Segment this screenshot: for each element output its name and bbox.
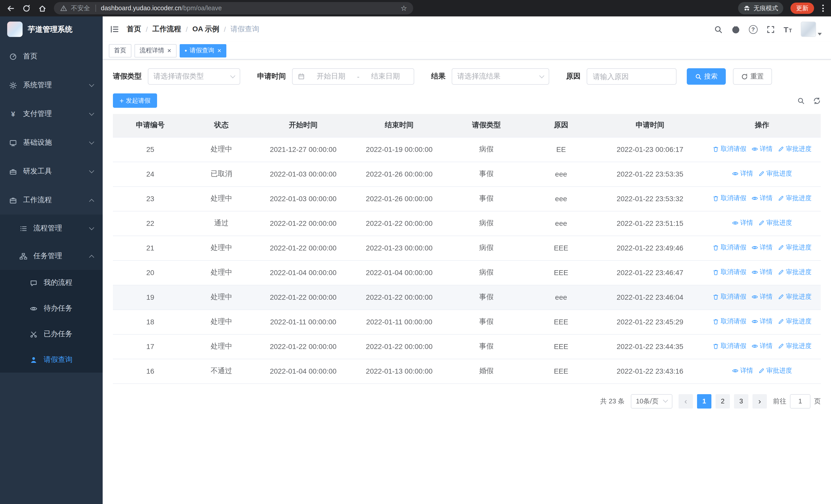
breadcrumb-workflow[interactable]: 工作流程 — [152, 25, 181, 34]
search-icon[interactable] — [714, 25, 722, 34]
cancel-leave-link[interactable]: 取消请假 — [712, 145, 746, 153]
reset-button[interactable]: 重置 — [733, 68, 772, 85]
tag-home[interactable]: 首页 — [109, 44, 132, 57]
detail-link[interactable]: 详情 — [732, 219, 753, 227]
cell-type: 病假 — [447, 260, 525, 285]
tag-process-detail[interactable]: 流程详情 × — [135, 44, 176, 57]
sidebar-item-my-process[interactable]: 我的流程 — [0, 270, 103, 296]
address-bar[interactable]: 不安全 dashboard.yudao.iocoder.cn/bpm/oa/le… — [54, 2, 413, 14]
breadcrumb-oa-example[interactable]: OA 示例 — [193, 25, 220, 34]
sidebar-item-system[interactable]: 系统管理 — [0, 71, 103, 99]
cell-actions: 详情 审批进度 — [704, 359, 821, 383]
page-button-2[interactable]: 2 — [716, 394, 730, 408]
approval-progress-link[interactable]: 审批进度 — [778, 194, 811, 203]
github-icon[interactable] — [731, 25, 740, 34]
detail-link[interactable]: 详情 — [732, 169, 753, 178]
next-page-button[interactable]: › — [752, 394, 767, 408]
sidebar-item-infrastructure[interactable]: 基础设施 — [0, 128, 103, 157]
goto-label: 前往 — [773, 396, 786, 406]
cancel-leave-link[interactable]: 取消请假 — [712, 268, 746, 277]
detail-link[interactable]: 详情 — [732, 366, 753, 375]
detail-link[interactable]: 详情 — [751, 145, 773, 153]
font-size-icon[interactable]: TT — [783, 25, 792, 34]
detail-link[interactable]: 详情 — [751, 317, 773, 326]
page-size-select[interactable]: 10条/页 — [631, 394, 672, 408]
browser-update-button[interactable]: 更新 — [791, 3, 814, 14]
detail-link[interactable]: 详情 — [751, 194, 773, 203]
cell-start: 2022-01-04 00:00:00 — [255, 359, 351, 383]
breadcrumb-home[interactable]: 首页 — [127, 25, 141, 34]
search-icon — [695, 73, 701, 80]
sidebar-item-done-tasks[interactable]: 已办任务 — [0, 321, 103, 347]
tag-leave-query[interactable]: ● 请假查询 × — [179, 44, 226, 57]
cancel-leave-link[interactable]: 取消请假 — [712, 194, 746, 203]
cell-actions: 取消请假 详情 审批进度 — [704, 236, 821, 260]
cell-applied: 2022-01-23 00:06:17 — [597, 137, 704, 162]
toggle-search-icon[interactable] — [797, 97, 805, 105]
approval-progress-link[interactable]: 审批进度 — [778, 293, 811, 301]
start-date-input[interactable]: 开始日期 — [308, 72, 354, 81]
cell-status: 处理中 — [188, 309, 255, 334]
logo[interactable]: 芋道管理系统 — [0, 17, 103, 42]
user-menu[interactable] — [801, 22, 822, 37]
home-icon[interactable] — [38, 4, 47, 12]
cancel-leave-link[interactable]: 取消请假 — [712, 293, 746, 301]
detail-link[interactable]: 详情 — [751, 342, 773, 351]
goto-page-input[interactable] — [790, 394, 810, 408]
sidebar-item-todo-tasks[interactable]: 待办任务 — [0, 296, 103, 321]
detail-link[interactable]: 详情 — [751, 268, 773, 277]
sidebar-item-process-management[interactable]: 流程管理 — [0, 214, 103, 242]
approval-progress-link[interactable]: 审批进度 — [778, 342, 811, 351]
approval-progress-link[interactable]: 审批进度 — [778, 317, 811, 326]
trash-icon — [712, 343, 719, 350]
approval-progress-link[interactable]: 审批进度 — [778, 145, 811, 153]
cancel-leave-link[interactable]: 取消请假 — [712, 243, 746, 252]
end-date-input[interactable]: 结束日期 — [363, 72, 408, 81]
bookmark-star-icon[interactable]: ☆ — [401, 5, 407, 12]
close-icon[interactable]: × — [167, 47, 171, 54]
prev-page-button[interactable]: ‹ — [679, 394, 693, 408]
cancel-leave-link[interactable]: 取消请假 — [712, 317, 746, 326]
approval-progress-link[interactable]: 审批进度 — [778, 268, 811, 277]
help-icon[interactable]: ? — [749, 25, 757, 34]
detail-link[interactable]: 详情 — [751, 293, 773, 301]
refresh-icon — [741, 73, 748, 80]
leave-type-select[interactable]: 请选择请假类型 — [148, 68, 240, 85]
reason-input[interactable] — [587, 68, 677, 85]
close-icon[interactable]: × — [218, 47, 221, 54]
sidebar-item-home[interactable]: 首页 — [0, 42, 103, 71]
refresh-icon[interactable] — [813, 97, 821, 105]
page-button-3[interactable]: 3 — [734, 394, 748, 408]
table-body: 25 处理中 2021-12-27 00:00:00 2022-01-19 00… — [113, 137, 821, 383]
browser-menu-icon[interactable] — [821, 4, 825, 13]
approval-progress-link[interactable]: 审批进度 — [758, 169, 792, 178]
sidebar-item-payment[interactable]: ¥ 支付管理 — [0, 99, 103, 128]
search-button[interactable]: 搜索 — [687, 68, 726, 85]
sidebar-item-task-management[interactable]: 任务管理 — [0, 242, 103, 270]
detail-link[interactable]: 详情 — [751, 243, 773, 252]
approval-progress-link[interactable]: 审批进度 — [778, 243, 811, 252]
approval-progress-link[interactable]: 审批进度 — [758, 366, 792, 375]
date-range-picker[interactable]: 开始日期 - 结束日期 — [292, 68, 414, 85]
collapse-sidebar-icon[interactable] — [110, 25, 119, 34]
chevron-down-icon — [89, 139, 94, 144]
reload-icon[interactable] — [22, 4, 31, 12]
sidebar-item-workflow[interactable]: 工作流程 — [0, 186, 103, 214]
cell-status: 处理中 — [188, 137, 255, 162]
leave-table: 申请编号 状态 开始时间 结束时间 请假类型 原因 申请时间 操作 25 处理中… — [113, 114, 821, 384]
back-icon[interactable] — [6, 4, 15, 12]
page-button-1[interactable]: 1 — [697, 394, 711, 408]
sidebar-item-devtools[interactable]: 研发工具 — [0, 157, 103, 186]
fullscreen-icon[interactable] — [766, 25, 775, 34]
cell-actions: 取消请假 详情 审批进度 — [704, 260, 821, 285]
sidebar-item-leave-query[interactable]: 请假查询 — [0, 347, 103, 373]
screen: 不安全 dashboard.yudao.iocoder.cn/bpm/oa/le… — [0, 0, 831, 504]
incognito-badge: 无痕模式 — [738, 2, 783, 14]
cancel-leave-link[interactable]: 取消请假 — [712, 342, 746, 351]
trash-icon — [712, 146, 719, 152]
create-leave-button[interactable]: + 发起请假 — [113, 93, 157, 108]
approval-progress-link[interactable]: 审批进度 — [758, 219, 792, 227]
result-select[interactable]: 请选择流结果 — [452, 68, 549, 85]
yen-icon: ¥ — [9, 110, 17, 118]
cell-type: 婚假 — [447, 359, 525, 383]
